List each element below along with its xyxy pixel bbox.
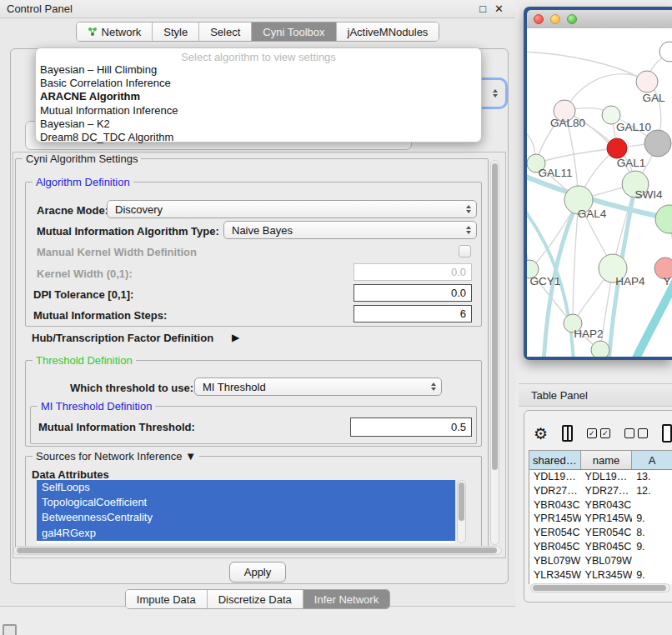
close-window-icon[interactable] xyxy=(534,14,544,24)
control-panel-tabbar: NetworkStyleSelectCyni ToolboxjActiveMNo… xyxy=(0,22,515,42)
node-table[interactable]: shared…nameA YDL19…YDL19…13.YDR27…YDR27…… xyxy=(529,450,672,584)
network-node[interactable] xyxy=(636,71,658,92)
column-header-2[interactable]: name xyxy=(581,451,633,469)
table-row[interactable]: YPR145WYPR145W9. xyxy=(529,512,672,526)
table-row[interactable]: YDR27…YDR27…12. xyxy=(529,484,672,498)
bottom-tab-label: Impute Data xyxy=(137,593,196,606)
gear-icon[interactable]: ⚙ xyxy=(534,426,548,442)
data-attributes-list[interactable]: SelfLoopsTopologicalCoefficientBetweenne… xyxy=(37,480,455,543)
attribute-list-item[interactable]: SelfLoops xyxy=(37,480,455,495)
attribute-list-item[interactable]: TopologicalCoefficient xyxy=(37,495,455,510)
collapse-arrow-icon[interactable]: ▼ xyxy=(185,450,196,462)
table-horizontal-scrollbar[interactable] xyxy=(530,583,670,592)
control-panel: Control Panel □ ✕ NetworkStyleSelectCyni… xyxy=(0,0,515,607)
table-row[interactable]: YLR345WYLR345W9. xyxy=(529,568,672,582)
algorithm-option[interactable]: Bayesian – Hill Climbing xyxy=(36,63,481,77)
select-all-columns-icon[interactable]: ✓✓ xyxy=(587,428,610,438)
table-panel-titlebar: Table Panel xyxy=(519,383,672,407)
mi-threshold-value: 0.5 xyxy=(451,421,466,433)
split-columns-icon[interactable] xyxy=(562,425,573,442)
table-cell: YBR045C xyxy=(529,540,581,554)
tab-style[interactable]: Style xyxy=(153,22,199,41)
hub-section-label[interactable]: Hub/Transcription Factor Definition xyxy=(32,332,213,344)
manual-kernel-checkbox[interactable] xyxy=(459,245,471,258)
network-edge[interactable] xyxy=(564,74,647,111)
network-node[interactable] xyxy=(655,205,672,233)
attribute-list-scrollbar[interactable] xyxy=(457,480,466,543)
column-header-1[interactable]: shared… xyxy=(529,451,581,469)
table-cell: YBL079W xyxy=(529,554,581,568)
zoom-window-icon[interactable] xyxy=(567,14,577,24)
table-header-row[interactable]: shared…nameA xyxy=(529,451,672,470)
settings-horizontal-scrollbar[interactable] xyxy=(13,546,502,555)
tab-label: Style xyxy=(163,26,188,38)
algorithm-option[interactable]: Bayesian – K2 xyxy=(36,118,481,131)
table-row[interactable]: YBL079WYBL079W xyxy=(529,554,672,568)
minimize-window-icon[interactable] xyxy=(550,14,560,24)
float-window-icon[interactable]: □ xyxy=(479,2,486,15)
network-canvas[interactable]: GALGAL80GAL10GAL1GAL11SWI4GAL4GCY1HAP4YH… xyxy=(527,28,672,357)
which-threshold-select[interactable]: MI Threshold xyxy=(194,378,442,396)
table-cell: YBR043C xyxy=(581,498,633,512)
network-node[interactable] xyxy=(591,341,609,357)
table-row[interactable]: YER054CYER054C8. xyxy=(529,526,672,540)
column-header-3[interactable]: A xyxy=(632,451,672,469)
settings-vertical-scrollbar[interactable] xyxy=(490,160,499,545)
threshold-definition-title: Threshold Definition xyxy=(33,354,136,367)
which-threshold-value: MI Threshold xyxy=(203,381,266,393)
bottom-tab-discretize-data[interactable]: Discretize Data xyxy=(208,590,303,608)
mi-steps-label: Mutual Information Steps: xyxy=(33,309,167,322)
node-label: HAP4 xyxy=(615,275,645,288)
attribute-list-item[interactable]: BetweennessCentrality xyxy=(37,510,455,525)
spinner-arrows-icon xyxy=(431,382,436,391)
network-edge[interactable] xyxy=(536,148,617,163)
table-row[interactable]: YBR043CYBR043C xyxy=(529,498,672,512)
network-edge[interactable] xyxy=(527,52,647,82)
spinner-arrows-icon xyxy=(493,89,498,98)
bottom-tab-infer-network[interactable]: Infer Network xyxy=(303,590,389,608)
node-label: GAL4 xyxy=(578,208,607,220)
kernel-width-label: Kernel Width (0,1): xyxy=(37,268,133,280)
aracne-mode-select[interactable]: Discovery xyxy=(107,200,477,218)
algorithm-option[interactable]: Mutual Information Inference xyxy=(36,104,481,118)
tab-jactivemnodules[interactable]: jActiveMNodules xyxy=(337,22,439,41)
mi-type-value: Naive Bayes xyxy=(232,224,293,237)
mi-type-select[interactable]: Naive Bayes xyxy=(223,221,477,239)
new-table-icon[interactable] xyxy=(662,424,672,442)
algorithm-option[interactable]: Dream8 DC_TDC Algorithm xyxy=(36,131,481,144)
network-node[interactable] xyxy=(607,138,627,158)
manual-kernel-label: Manual Kernel Width Definition xyxy=(37,246,197,258)
mi-steps-value: 6 xyxy=(460,308,466,320)
bottom-tab-label: Discretize Data xyxy=(218,593,292,606)
node-label: GAL80 xyxy=(550,117,585,129)
algorithm-option[interactable]: ARACNE Algorithm xyxy=(36,90,481,103)
tab-select[interactable]: Select xyxy=(199,22,252,41)
deselect-all-columns-icon[interactable] xyxy=(624,428,648,438)
table-row[interactable]: YBR045CYBR045C9. xyxy=(529,540,672,554)
apply-button[interactable]: Apply xyxy=(229,562,287,582)
bottom-tab-impute-data[interactable]: Impute Data xyxy=(126,590,208,608)
node-label: GCY1 xyxy=(530,275,561,288)
close-panel-icon[interactable]: ✕ xyxy=(494,2,504,15)
network-graph[interactable]: GALGAL80GAL10GAL1GAL11SWI4GAL4GCY1HAP4YH… xyxy=(527,28,672,357)
table-cell: 9. xyxy=(632,512,672,526)
algorithm-option[interactable]: Basic Correlation Inference xyxy=(36,77,481,90)
node-label: GAL xyxy=(642,92,665,104)
network-node[interactable] xyxy=(644,130,671,157)
tab-label: Cyni Toolbox xyxy=(263,26,324,38)
mi-threshold-field[interactable]: 0.5 xyxy=(350,418,472,437)
dock-panel-icon[interactable] xyxy=(3,624,17,635)
attribute-list-item[interactable]: gal4RGexp xyxy=(37,526,455,541)
dpi-tolerance-field[interactable]: 0.0 xyxy=(354,284,472,302)
table-cell: 9. xyxy=(632,568,672,582)
table-cell: YER054C xyxy=(581,526,633,540)
expand-arrow-icon[interactable]: ▶ xyxy=(232,332,239,343)
dpi-tolerance-value: 0.0 xyxy=(451,287,466,299)
table-cell: 13. xyxy=(632,470,672,484)
tab-network[interactable]: Network xyxy=(77,22,153,41)
node-label: Y xyxy=(663,275,670,288)
mi-steps-field[interactable]: 6 xyxy=(354,305,472,322)
table-cell: YDL19… xyxy=(529,470,581,484)
tab-cyni-toolbox[interactable]: Cyni Toolbox xyxy=(252,22,336,41)
table-row[interactable]: YDL19…YDL19…13. xyxy=(529,470,672,484)
